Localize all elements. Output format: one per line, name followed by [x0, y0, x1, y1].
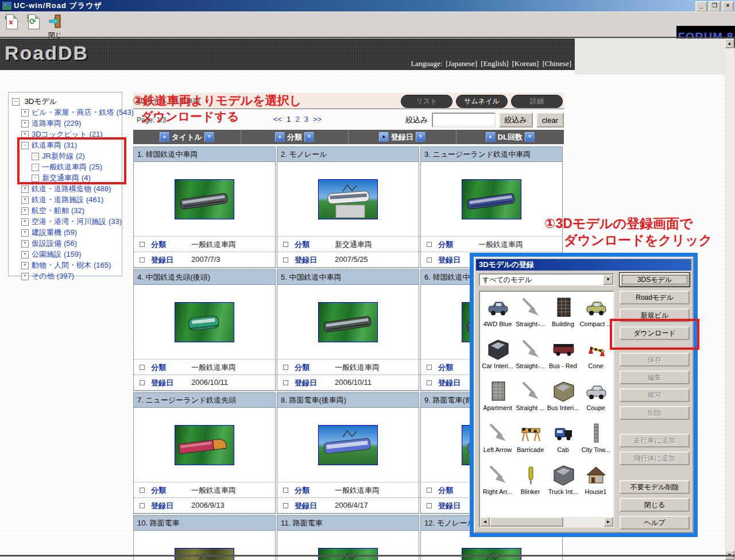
expand-icon[interactable]: + — [21, 207, 29, 215]
clear-filter-button[interactable]: clear — [536, 113, 564, 128]
model-item[interactable]: Cone — [579, 335, 612, 377]
model-item[interactable]: City Tow... — [579, 419, 612, 461]
minimize-button[interactable]: _ — [695, 1, 707, 12]
dialog-button-編集[interactable]: 編集 — [620, 370, 690, 384]
model-filter-dropdown[interactable]: すべてのモデル ▼ — [479, 273, 614, 286]
dialog-button-Roadモデル[interactable]: Roadモデル — [620, 291, 690, 304]
model-thumbnail[interactable] — [175, 302, 234, 342]
chevron-down-icon[interactable]: ▼ — [603, 275, 613, 285]
sort-desc-button[interactable]: ▼ — [416, 132, 425, 142]
scrollbar-thumb[interactable] — [490, 517, 563, 527]
expand-icon[interactable]: + — [21, 229, 29, 237]
sidebar-item-鉄道・道路構造物[interactable]: +鉄道・道路構造物(488) — [12, 183, 122, 194]
model-thumbnail[interactable] — [462, 548, 521, 560]
collapse-icon[interactable]: − — [12, 98, 20, 106]
view-button-詳細[interactable]: 詳細 — [511, 95, 563, 108]
tree-root[interactable]: − 3Dモデル — [12, 96, 122, 107]
language-link[interactable]: [Japanese] — [446, 59, 477, 68]
model-item[interactable]: 4WD Blue — [481, 293, 514, 335]
dialog-button-不要モデル削除[interactable]: 不要モデル削除 — [620, 480, 690, 494]
sidebar-item-動物・人間・樹木[interactable]: +動物・人間・樹木(165) — [12, 260, 122, 271]
model-thumbnail[interactable] — [462, 179, 521, 219]
model-thumbnail[interactable] — [175, 179, 234, 219]
expand-icon[interactable]: + — [21, 120, 29, 128]
sort-desc-button[interactable]: ▼ — [204, 132, 214, 142]
pager-next[interactable]: >> — [313, 115, 322, 123]
model-item[interactable]: Blinker — [514, 461, 547, 503]
expand-icon[interactable]: + — [21, 273, 29, 280]
model-item[interactable]: Compact ... — [579, 293, 612, 335]
language-link[interactable]: [Chinese] — [542, 59, 571, 68]
filter-button[interactable]: 絞込み — [499, 113, 533, 128]
close-button[interactable]: × — [722, 1, 734, 12]
sort-asc-button[interactable]: ▲ — [275, 132, 285, 142]
model-thumbnail[interactable] — [318, 302, 378, 342]
sidebar-item-鉄道・道路施設[interactable]: +鉄道・道路施設(461) — [12, 194, 122, 205]
dialog-button-ヘルプ[interactable]: ヘルプ — [620, 516, 690, 530]
model-item[interactable]: Straight-... — [514, 335, 547, 377]
expand-icon[interactable]: + — [21, 109, 29, 117]
expand-icon[interactable]: + — [21, 186, 29, 193]
model-item[interactable]: Bus Interi... — [547, 377, 579, 419]
refresh-button[interactable]: ⟳ 更新 — [23, 14, 44, 37]
sort-asc-button[interactable]: ▲ — [379, 132, 389, 142]
sidebar-item-航空・船舶[interactable]: +航空・船舶(32) — [12, 205, 122, 216]
sidebar-item-ビル・家屋・商店・鉄塔[interactable]: +ビル・家屋・商店・鉄塔(543) — [12, 107, 122, 118]
sidebar-item-公園施設[interactable]: +公園施設(159) — [12, 249, 122, 260]
model-thumbnail[interactable] — [318, 425, 378, 465]
model-listbox[interactable]: 4WD BlueStraight-...BuildingCompact ...C… — [479, 291, 614, 528]
model-item[interactable]: Bus - Red — [547, 335, 579, 377]
expand-icon[interactable]: + — [21, 196, 29, 204]
dialog-button-複写[interactable]: 複写 — [620, 388, 690, 402]
view-button-リスト[interactable]: リスト — [401, 95, 452, 108]
scroll-right-button[interactable]: ► — [604, 517, 613, 527]
restore-button[interactable]: ❐ — [709, 1, 721, 12]
model-thumbnail[interactable] — [318, 548, 378, 560]
dialog-titlebar[interactable]: 3Dモデルの登録 — [476, 259, 691, 271]
dialog-button-3DSモデル[interactable]: 3DSモデル — [620, 273, 690, 287]
sidebar-item-建設重機[interactable]: +建設重機(59) — [12, 227, 122, 238]
dialog-button-保存[interactable]: 保存 — [620, 353, 690, 366]
model-item[interactable]: Coupe — [579, 377, 612, 419]
window-titlebar[interactable]: UC-win/Road ブラウザ _ ❐ × — [0, 0, 735, 11]
sidebar-item-道路車両[interactable]: +道路車両(229) — [12, 118, 122, 129]
expand-icon[interactable]: + — [21, 251, 29, 258]
expand-icon[interactable]: + — [21, 262, 29, 269]
model-item[interactable]: House1 — [579, 461, 612, 503]
model-thumbnail[interactable] — [175, 425, 234, 465]
sort-asc-button[interactable]: ▲ — [486, 132, 496, 142]
dialog-button-削除[interactable]: 削除 — [620, 406, 690, 420]
stop-button[interactable]: × 中止 — [1, 14, 22, 37]
sidebar-item-その他[interactable]: +その他(397) — [12, 271, 122, 281]
model-item[interactable]: Straight-... — [514, 293, 547, 335]
model-item[interactable]: Left Arrow — [481, 419, 514, 461]
page-vertical-scrollbar[interactable]: ▲ ▼ — [725, 38, 734, 560]
sort-desc-button[interactable]: ▼ — [525, 132, 535, 142]
model-item[interactable]: Right Arr... — [481, 461, 514, 503]
model-item[interactable]: Car Interi... — [481, 335, 514, 377]
expand-icon[interactable]: + — [21, 240, 29, 248]
model-item[interactable]: Barricade — [514, 419, 547, 461]
dialog-button-飛行体に追加[interactable]: 飛行体に追加 — [620, 451, 690, 465]
listbox-horizontal-scrollbar[interactable]: ◄ ► — [480, 517, 613, 527]
sidebar-item-仮設設備[interactable]: +仮設設備(56) — [12, 238, 122, 249]
model-item[interactable]: Truck Int... — [547, 461, 579, 503]
pager-page-3[interactable]: 3 — [304, 115, 308, 123]
scroll-left-button[interactable]: ◄ — [480, 517, 490, 527]
expand-icon[interactable]: + — [21, 218, 29, 226]
dialog-button-走行車に追加[interactable]: 走行車に追加 — [620, 434, 690, 447]
model-item[interactable]: Apartment — [481, 377, 514, 419]
model-thumbnail[interactable] — [318, 179, 378, 219]
model-item[interactable]: Building — [547, 293, 579, 335]
model-item[interactable]: Cab — [547, 419, 579, 461]
filter-input[interactable] — [432, 113, 496, 128]
sort-asc-button[interactable]: ▲ — [160, 132, 169, 142]
close-page-button[interactable]: 閉じる — [45, 14, 65, 37]
model-thumbnail[interactable] — [175, 548, 234, 560]
sidebar-item-空港・港湾・河川施設[interactable]: +空港・港湾・河川施設(33) — [12, 216, 122, 227]
scroll-up-button[interactable]: ▲ — [725, 38, 734, 48]
dialog-button-閉じる[interactable]: 閉じる — [620, 498, 690, 512]
language-link[interactable]: [English] — [481, 59, 508, 68]
view-button-サムネイル[interactable]: サムネイル — [456, 95, 508, 108]
language-link[interactable]: [Korean] — [512, 59, 539, 68]
